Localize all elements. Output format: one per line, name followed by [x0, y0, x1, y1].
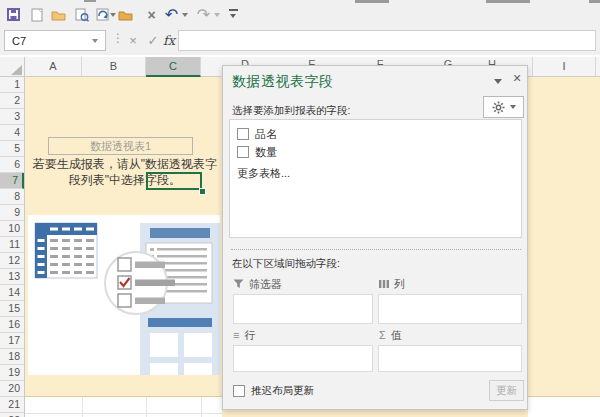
print-preview-icon[interactable]	[74, 7, 89, 22]
pane-options-dropdown-icon[interactable]	[494, 79, 502, 84]
undo-icon[interactable]: ↶	[164, 7, 179, 22]
row-header[interactable]: 13	[0, 269, 24, 285]
ribbon-remnant	[84, 0, 96, 2]
update-button[interactable]: 更新	[489, 380, 524, 401]
row-header[interactable]: 6	[0, 157, 24, 173]
cancel-entry-icon[interactable]: ×	[124, 30, 142, 51]
filters-zone-label: 筛选器	[233, 278, 282, 290]
pane-separator	[231, 249, 521, 250]
row-header[interactable]: 22	[0, 413, 24, 417]
insert-function-icon[interactable]: fx	[160, 30, 178, 51]
field-checkbox[interactable]	[237, 128, 249, 140]
quick-print-icon[interactable]	[95, 7, 110, 22]
gear-icon	[492, 101, 505, 114]
name-box[interactable]: C7	[4, 30, 106, 51]
field-item[interactable]: 数量	[237, 145, 277, 159]
gridline	[25, 413, 222, 414]
column-header-c-selected[interactable]: C	[146, 57, 201, 77]
row-headers: 1 2 3 4 5 6 7 8 9 10 11 12 13 14 15 16 1…	[0, 77, 25, 417]
formula-input[interactable]	[178, 30, 596, 51]
fields-subtitle: 选择要添加到报表的字段:	[232, 104, 350, 118]
pane-close-icon[interactable]: ×	[510, 70, 524, 86]
redo-dropdown-icon[interactable]	[214, 13, 220, 17]
save-icon[interactable]	[6, 7, 21, 22]
pivot-watermark-graphic	[28, 215, 220, 375]
table-icon	[35, 223, 97, 278]
field-checkbox[interactable]	[237, 146, 249, 158]
ribbon-remnant	[355, 0, 389, 3]
filters-drop-zone[interactable]	[233, 294, 373, 324]
open-folder-icon[interactable]	[51, 7, 66, 22]
pivot-table-shape[interactable]: 数据透视表1	[48, 137, 193, 155]
fill-handle[interactable]	[199, 188, 206, 195]
undo-dropdown-icon[interactable]	[182, 13, 188, 17]
gridline	[146, 397, 147, 417]
row-header[interactable]: 20	[0, 381, 24, 397]
row-header[interactable]: 11	[0, 237, 24, 253]
ribbon-remnant	[589, 0, 600, 3]
row-header[interactable]: 10	[0, 221, 24, 237]
pane-title: 数据透视表字段	[232, 73, 334, 91]
gridline	[82, 397, 83, 417]
folder-icon[interactable]	[118, 7, 133, 22]
new-document-icon[interactable]	[29, 7, 44, 22]
tools-dropdown-icon	[510, 105, 516, 109]
rows-drop-zone[interactable]	[233, 345, 373, 372]
name-box-dropdown-icon[interactable]	[92, 39, 98, 43]
sigma-icon: Σ	[379, 330, 386, 341]
defer-layout-label: 推迟布局更新	[251, 384, 314, 398]
delete-icon[interactable]: ×	[144, 7, 159, 22]
columns-icon	[379, 279, 389, 289]
field-label: 品名	[255, 127, 277, 142]
row-header[interactable]: 17	[0, 333, 24, 349]
columns-zone-label: 列	[379, 278, 405, 290]
row-header[interactable]: 15	[0, 301, 24, 317]
column-header-a[interactable]: A	[25, 57, 82, 76]
quick-print-dropdown-icon[interactable]	[110, 13, 116, 17]
formula-bar: C7 ⋮ × ✓ fx	[0, 27, 600, 56]
select-all-icon	[11, 65, 22, 75]
field-list: 品名 数量 更多表格...	[229, 119, 522, 238]
tools-button[interactable]	[483, 96, 524, 118]
columns-drop-zone[interactable]	[378, 294, 522, 324]
rows-icon: ≡	[233, 330, 239, 341]
row-header-7-selected[interactable]: 7	[0, 173, 24, 189]
row-header[interactable]: 3	[0, 109, 24, 125]
row-header[interactable]: 9	[0, 205, 24, 221]
ribbon-remnant	[486, 0, 530, 3]
drag-areas-hint: 在以下区域间拖动字段:	[232, 257, 340, 271]
redo-icon[interactable]: ↷	[196, 7, 211, 22]
row-header[interactable]: 19	[0, 365, 24, 381]
field-item[interactable]: 品名	[237, 127, 277, 141]
field-label: 数量	[255, 145, 277, 160]
row-header[interactable]: 18	[0, 349, 24, 365]
column-header-b[interactable]: B	[82, 57, 146, 76]
defer-layout-checkbox[interactable]	[233, 385, 245, 397]
filter-icon	[233, 279, 244, 289]
more-tables-link[interactable]: 更多表格...	[237, 166, 290, 181]
values-drop-zone[interactable]	[378, 345, 522, 372]
pivot-fields-pane: 数据透视表字段 × 选择要添加到报表的字段: 品名 数量 更多表格...	[222, 65, 528, 410]
row-header[interactable]: 14	[0, 285, 24, 301]
gridline	[201, 397, 202, 417]
formula-bar-grip[interactable]: ⋮	[112, 31, 124, 45]
values-zone-label: Σ 值	[379, 329, 402, 341]
excel-window: × ↶ ↷ C7 ⋮ × ✓ fx A B C D E F G H I	[0, 0, 600, 417]
row-header[interactable]: 4	[0, 125, 24, 141]
defer-layout-option[interactable]: 推迟布局更新	[233, 384, 314, 398]
row-header[interactable]: 16	[0, 317, 24, 333]
rows-zone-label: ≡ 行	[233, 329, 255, 341]
row-header[interactable]: 1	[0, 77, 24, 93]
row-header[interactable]: 21	[0, 397, 24, 413]
row-header[interactable]: 12	[0, 253, 24, 269]
active-cell-outline	[146, 172, 202, 190]
select-all-button[interactable]	[0, 57, 25, 77]
column-header-i[interactable]: I	[532, 57, 596, 76]
row-header[interactable]: 8	[0, 189, 24, 205]
row-header[interactable]: 5	[0, 141, 24, 157]
row-header[interactable]: 2	[0, 93, 24, 109]
